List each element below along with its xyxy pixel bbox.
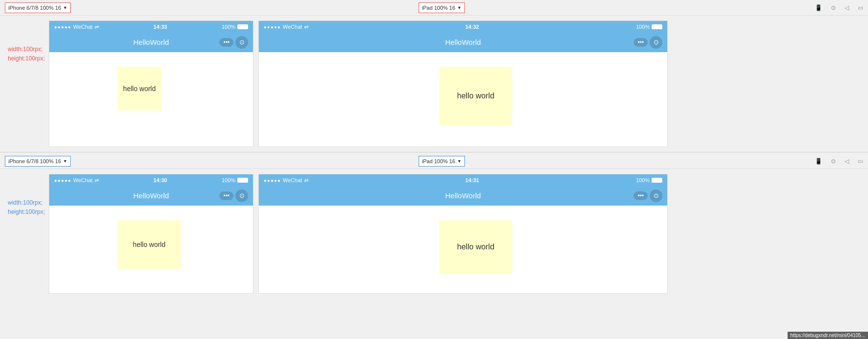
top-iphone-status-right: 100% <box>222 24 248 30</box>
phone-icon[interactable]: 📱 <box>815 4 822 11</box>
bottom-left-preview: width:100rpx; height:100rpx; ●●●●● WeCha… <box>0 174 868 294</box>
bottom-ipad-dots-icon: ••• <box>637 192 644 199</box>
bottom-ipad-nav-title: HelloWorld <box>445 191 481 200</box>
top-iphone-time: 14:33 <box>154 24 167 30</box>
bottom-iphone-simulator: ●●●●● WeChat ⇌ 14:30 100% HelloWorld •••… <box>49 174 253 294</box>
top-iphone-content: hello world <box>49 52 253 140</box>
top-ipad-content: hello world <box>259 52 667 140</box>
bottom-ipad-nav-buttons: ••• ⊙ <box>634 189 662 202</box>
bottom-ipad-circle-btn: ⊙ <box>650 189 662 202</box>
bottom-window-icon[interactable]: ▭ <box>858 158 863 165</box>
top-ipad-signal: ●●●●● <box>264 24 281 30</box>
top-ipad-time: 14:32 <box>465 24 479 30</box>
top-ipad-nav-bar: HelloWorld ••• ⊙ <box>259 33 667 52</box>
bottom-iphone-nav-bar: HelloWorld ••• ⊙ <box>49 186 253 206</box>
bottom-iphone-selector[interactable]: iPhone 6/7/8 100% 16 ▼ <box>5 156 71 167</box>
top-ipad-arrow: ▼ <box>457 5 462 10</box>
bottom-iphone-nav-title: HelloWorld <box>134 191 169 200</box>
top-iphone-simulator: ●●●●● WeChat ⇌ 14:33 100% HelloWorld •••… <box>49 20 253 147</box>
top-ipad-wifi-icon: ⇌ <box>304 24 309 30</box>
top-iphone-selector[interactable]: iPhone 6/7/8 100% 16 ▼ <box>5 2 71 13</box>
bottom-iphone-hello-text: hello world <box>133 241 166 248</box>
bottom-ipad-simulator: ●●●●● WeChat ⇌ 14:31 100% HelloWorld •••… <box>258 174 668 294</box>
bottom-ipad-wifi-icon: ⇌ <box>304 177 309 184</box>
top-iphone-hello-text: hello world <box>123 85 156 93</box>
bottom-iphone-nav-btn-group: ••• <box>219 191 233 200</box>
bottom-ipad-selector[interactable]: iPad 100% 16 ▼ <box>419 156 465 167</box>
top-iphone-nav-bar: HelloWorld ••• ⊙ <box>49 33 253 52</box>
top-iphone-status-left: ●●●●● WeChat ⇌ <box>54 24 99 30</box>
bottom-ipad-time: 14:31 <box>465 177 479 183</box>
top-ipad-nav-btn-group: ••• <box>634 38 648 47</box>
top-ipad-label: iPad 100% 16 <box>422 5 456 11</box>
bottom-iphone-battery-bar <box>237 178 248 183</box>
top-iphone-battery-pct: 100% <box>222 24 235 30</box>
bottom-iphone-time: 14:30 <box>154 177 167 183</box>
bottom-ipad-status-bar: ●●●●● WeChat ⇌ 14:31 100% <box>259 174 667 186</box>
audio-icon[interactable]: ◁ <box>845 4 849 11</box>
bottom-iphone-nav-buttons: ••• ⊙ <box>219 189 248 202</box>
bottom-ipad-signal: ●●●●● <box>264 178 281 183</box>
bottom-record-icon[interactable]: ⊙ <box>831 158 836 165</box>
top-iphone-arrow: ▼ <box>63 5 67 10</box>
top-iphone-nav-title: HelloWorld <box>134 38 169 46</box>
top-width-label: width:100rpx; <box>8 45 45 54</box>
top-iphone-hello-box: hello world <box>117 67 161 111</box>
top-ipad-battery-bar <box>652 24 662 29</box>
bottom-iphone-content: hello world <box>49 206 253 293</box>
bottom-iphone-hello-box: hello world <box>117 220 181 269</box>
url-bar: https://debugxndr.net/mini/04105... <box>788 332 868 339</box>
top-iphone-nav-btn-group: ••• <box>219 38 233 47</box>
bottom-audio-icon[interactable]: ◁ <box>845 158 849 165</box>
top-ipad-simulator: ●●●●● WeChat ⇌ 14:32 100% HelloWorld •••… <box>258 20 668 147</box>
bottom-iphone-arrow: ▼ <box>63 159 67 164</box>
top-ipad-hello-text: hello world <box>457 92 494 100</box>
top-ipad-battery-pct: 100% <box>636 24 650 30</box>
bottom-toolbar: iPhone 6/7/8 100% 16 ▼ iPad 100% 16 ▼ 📱 … <box>0 153 868 169</box>
bottom-phone-icon[interactable]: 📱 <box>815 158 822 165</box>
bottom-toolbar-icons: iPad 100% 16 ▼ 📱 ⊙ ◁ ▭ <box>220 156 863 167</box>
bottom-iphone-status-right: 100% <box>222 177 248 183</box>
top-iphone-network: WeChat <box>73 24 93 30</box>
bottom-iphone-battery-pct: 100% <box>222 177 235 183</box>
section-separator <box>0 152 868 152</box>
top-ipad-status-bar: ●●●●● WeChat ⇌ 14:32 100% <box>259 21 667 33</box>
bottom-ipad-battery-pct: 100% <box>636 177 650 183</box>
bottom-dimension-label: width:100rpx; height:100rpx; <box>8 198 45 217</box>
bottom-ipad-arrow: ▼ <box>457 159 462 164</box>
bottom-width-label: width:100rpx; <box>8 198 45 207</box>
bottom-iphone-status-left: ●●●●● WeChat ⇌ <box>54 177 99 184</box>
top-ipad-dots-icon: ••• <box>637 39 644 46</box>
url-text: https://debugxndr.net/mini/04105... <box>791 333 865 338</box>
bottom-ipad-status-left: ●●●●● WeChat ⇌ <box>264 177 309 184</box>
bottom-iphone-network: WeChat <box>73 177 93 183</box>
top-preview-row: width:100rpx; height:100rpx; ●●●●● WeCha… <box>0 16 868 152</box>
top-ipad-nav-buttons: ••• ⊙ <box>634 36 662 49</box>
top-ipad-network: WeChat <box>283 24 302 30</box>
bottom-ipad-nav-btn-group: ••• <box>634 191 648 200</box>
bottom-height-label: height:100rpx; <box>8 207 45 217</box>
top-iphone-battery-bar <box>237 24 248 29</box>
top-iphone-status-bar: ●●●●● WeChat ⇌ 14:33 100% <box>49 21 253 33</box>
record-icon[interactable]: ⊙ <box>831 4 836 11</box>
bottom-ipad-hello-text: hello world <box>457 243 494 251</box>
bottom-ipad-label: iPad 100% 16 <box>422 158 456 164</box>
window-icon[interactable]: ▭ <box>858 4 863 11</box>
bottom-ipad-network: WeChat <box>283 177 302 183</box>
bottom-iphone-dots-icon: ••• <box>223 192 230 199</box>
bottom-iphone-label: iPhone 6/7/8 100% 16 <box>8 158 61 164</box>
top-dimension-label: width:100rpx; height:100rpx; <box>8 45 45 63</box>
top-iphone-signal: ●●●●● <box>54 24 71 30</box>
bottom-iphone-circle-btn: ⊙ <box>235 189 248 202</box>
bottom-ipad-battery-bar <box>652 178 662 183</box>
top-iphone-label: iPhone 6/7/8 100% 16 <box>8 5 61 11</box>
top-ipad-selector[interactable]: iPad 100% 16 ▼ <box>419 2 465 13</box>
bottom-iphone-signal: ●●●●● <box>54 178 71 183</box>
top-ipad-status-left: ●●●●● WeChat ⇌ <box>264 24 309 30</box>
bottom-preview-row: width:100rpx; height:100rpx; ●●●●● WeCha… <box>0 169 868 299</box>
bottom-ipad-nav-bar: HelloWorld ••• ⊙ <box>259 186 667 206</box>
top-left-preview: width:100rpx; height:100rpx; ●●●●● WeCha… <box>0 20 868 147</box>
top-ipad-nav-title: HelloWorld <box>445 38 481 46</box>
top-iphone-dots-icon: ••• <box>223 39 230 46</box>
bottom-ipad-status-right: 100% <box>636 177 662 183</box>
